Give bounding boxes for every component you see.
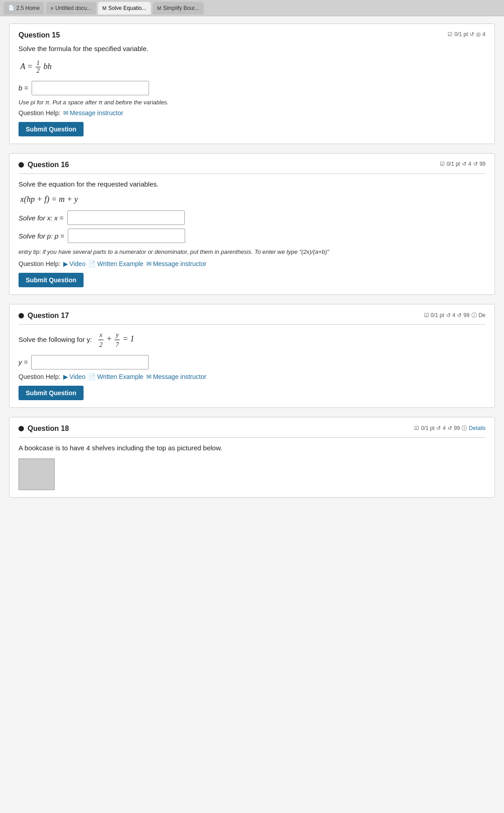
q16-number: Question 16 — [28, 161, 69, 169]
q16-solve-p-label: Solve for p: p = — [19, 232, 64, 240]
q15-message-link[interactable]: ✉ Message instructor — [63, 109, 123, 117]
q17-video-link[interactable]: ▶ Video — [63, 373, 86, 380]
q18-details-link[interactable]: Details — [469, 425, 485, 431]
q16-score-value: 0/1 pt — [447, 161, 460, 167]
q15-header: Question 15 ☑ 0/1 pt ↺ ◎ 4 — [19, 31, 485, 39]
q16-help: Question Help: ▶ Video 📄 Written Example… — [19, 260, 485, 267]
q16-written-link[interactable]: 📄 Written Example — [88, 260, 143, 267]
q17-message-icon: ✉ — [146, 373, 152, 380]
q18-undo-icon: ↺ — [436, 425, 441, 431]
q17-written-link[interactable]: 📄 Written Example — [88, 373, 143, 380]
q16-p-input[interactable] — [68, 229, 185, 243]
q16-undo-icon: ↺ — [462, 161, 467, 167]
tab-doc-icon: ≡ — [51, 5, 53, 11]
q16-written-icon: 📄 — [88, 260, 96, 267]
q17-input-row: y = — [19, 355, 485, 369]
q17-answer-input[interactable] — [31, 355, 149, 369]
q18-bullet — [19, 426, 24, 431]
q15-checkmark-icon: ☑ — [448, 31, 453, 37]
q16-x-input[interactable] — [67, 210, 185, 225]
q15-input-row: b = — [19, 81, 485, 95]
q18-score-value: 0/1 pt — [421, 425, 434, 431]
q16-video-link[interactable]: ▶ Video — [63, 260, 86, 267]
q15-note: Use pi for π. Put a space after π and be… — [19, 99, 485, 106]
q15-message-icon: ✉ — [63, 109, 69, 117]
question-17-block: Question 17 ☑ 0/1 pt ↺ 4 ↺ 99 ⓘ De Solve… — [9, 304, 495, 408]
question-16-block: Question 16 ☑ 0/1 pt ↺ 4 ↺ 99 Solve the … — [9, 153, 495, 295]
tab-solve-icon: M — [103, 5, 107, 11]
q16-video-icon: ▶ — [63, 260, 68, 267]
q17-help: Question Help: ▶ Video 📄 Written Example… — [19, 373, 485, 380]
q16-formula: x(hp + f) = m + y — [20, 195, 485, 204]
q17-info-icon: ⓘ — [471, 312, 477, 319]
q16-message-icon: ✉ — [146, 260, 152, 267]
main-content: Question 15 ☑ 0/1 pt ↺ ◎ 4 Solve the for… — [0, 16, 504, 813]
tab-simplify-icon: M — [157, 5, 161, 11]
q18-header: Question 18 ☑ 0/1 pt ↺ 4 ↺ 99 ⓘ Details — [19, 425, 485, 433]
q17-number: Question 17 — [28, 312, 69, 320]
q17-submit-button[interactable]: Submit Question — [19, 386, 84, 400]
q18-checkmark-icon: ☑ — [414, 425, 419, 431]
q17-formula: x 2 + y 7 = 1 — [98, 334, 134, 343]
q17-header: Question 17 ☑ 0/1 pt ↺ 4 ↺ 99 ⓘ De — [19, 312, 485, 320]
q15-formula: A = 1 2 bh — [20, 60, 485, 75]
q17-checkmark-icon: ☑ — [424, 312, 429, 318]
q15-body: Solve the formula for the specified vari… — [19, 44, 485, 54]
q16-score: ☑ 0/1 pt ↺ 4 ↺ 99 — [440, 161, 485, 167]
question-18-block: Question 18 ☑ 0/1 pt ↺ 4 ↺ 99 ⓘ Details … — [9, 417, 495, 498]
q15-help: Question Help: ✉ Message instructor — [19, 109, 485, 117]
frac-x2: x 2 — [98, 330, 103, 350]
q15-score-value: 0/1 pt — [454, 31, 468, 37]
q16-refresh-icon: ↺ — [473, 161, 478, 167]
q15-score: ☑ 0/1 pt ↺ ◎ 4 — [448, 31, 485, 37]
q18-info-icon: ⓘ — [462, 425, 467, 432]
tab-doc[interactable]: ≡ Untitled docu... — [46, 2, 96, 14]
frac-y7: y 7 — [115, 330, 120, 350]
q16-header: Question 16 ☑ 0/1 pt ↺ 4 ↺ 99 — [19, 161, 485, 169]
q15-circle-icon: ◎ — [476, 31, 481, 37]
q17-video-icon: ▶ — [63, 373, 68, 380]
q18-refresh-icon: ↺ — [448, 425, 452, 431]
q16-title: Question 16 — [19, 161, 69, 169]
tab-home[interactable]: 📄 2.5 Home — [4, 2, 44, 14]
q16-message-link[interactable]: ✉ Message instructor — [146, 260, 206, 267]
q18-score: ☑ 0/1 pt ↺ 4 ↺ 99 ⓘ Details — [414, 425, 485, 432]
q18-divider — [19, 437, 485, 438]
q17-input-label: y = — [19, 358, 28, 366]
q17-message-link[interactable]: ✉ Message instructor — [146, 373, 206, 380]
q16-solve-p-row: Solve for p: p = — [19, 229, 485, 243]
q15-undo-icon: ↺ — [470, 31, 474, 37]
q17-written-icon: 📄 — [88, 373, 96, 380]
q16-body: Solve the equation for the requested var… — [19, 179, 485, 190]
q17-undo-icon: ↺ — [446, 312, 451, 318]
question-15-block: Question 15 ☑ 0/1 pt ↺ ◎ 4 Solve the for… — [9, 23, 495, 144]
tab-simplify[interactable]: M Simplify Bour... — [153, 2, 204, 14]
q16-checkmark-icon: ☑ — [440, 161, 445, 167]
q17-divider — [19, 324, 485, 325]
q15-input-label: b = — [19, 84, 28, 92]
q15-answer-input[interactable] — [32, 81, 149, 95]
q16-entry-tip: entry tip: if you have several parts to … — [19, 248, 485, 257]
tab-home-icon: 📄 — [8, 5, 14, 11]
q17-score: ☑ 0/1 pt ↺ 4 ↺ 99 ⓘ De — [424, 312, 485, 319]
q16-bullet — [19, 162, 24, 168]
q18-number: Question 18 — [28, 425, 69, 433]
q15-submit-button[interactable]: Submit Question — [19, 122, 84, 136]
browser-tab-bar: 📄 2.5 Home ≡ Untitled docu... M Solve Eq… — [0, 0, 504, 16]
q15-title: Question 15 — [19, 31, 60, 39]
q15-number: Question 15 — [19, 31, 60, 39]
bookcase-image — [19, 458, 55, 490]
q18-body: A bookcase is to have 4 shelves includin… — [19, 443, 485, 453]
q17-refresh-icon: ↺ — [457, 312, 462, 318]
q16-solve-x-row: Solve for x: x = — [19, 210, 485, 225]
fraction-half: 1 2 — [36, 60, 41, 75]
q16-solve-x-label: Solve for x: x = — [19, 214, 64, 222]
q16-divider — [19, 173, 485, 174]
tab-solve[interactable]: M Solve Equatio... — [98, 2, 151, 14]
q17-body: Solve the following for y: x 2 + y 7 = 1 — [19, 330, 485, 350]
q17-score-value: 0/1 pt — [431, 312, 444, 318]
q17-title: Question 17 — [19, 312, 69, 320]
q18-title: Question 18 — [19, 425, 69, 433]
q16-submit-button[interactable]: Submit Question — [19, 273, 84, 287]
q17-bullet — [19, 313, 24, 318]
